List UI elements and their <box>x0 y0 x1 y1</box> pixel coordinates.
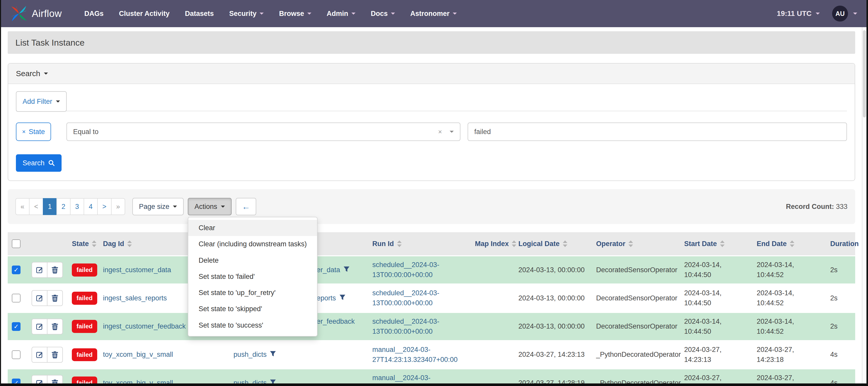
dag-id-link[interactable]: ingest_customer_data <box>103 266 171 274</box>
search-panel-header[interactable]: Search <box>8 64 855 84</box>
table-row: ✓ failed toy_xcom_big_v_small push_dicts… <box>8 368 855 386</box>
scrollbar-thumb[interactable] <box>863 30 866 118</box>
state-badge: failed <box>72 348 97 361</box>
page-size-button[interactable]: Page size <box>132 198 184 215</box>
end-date-value: 2024-03-14, 10:44:52 <box>757 318 794 335</box>
filter-funnel-icon[interactable] <box>270 351 276 357</box>
nav-item-cluster-activity[interactable]: Cluster Activity <box>119 10 169 18</box>
delete-row-button[interactable] <box>47 347 63 363</box>
sort-icon[interactable] <box>563 240 567 247</box>
run-id-link[interactable]: scheduled__2024-03-13T00:00:00+00:00 <box>372 289 439 307</box>
col-state[interactable]: State <box>68 232 99 255</box>
duration-value: 2s <box>830 294 838 302</box>
nav-item-admin[interactable]: Admin <box>327 10 355 18</box>
sort-icon[interactable] <box>397 240 402 247</box>
run-id-link[interactable]: manual__2024-03-27T14:28:19.462777+00:00 <box>372 374 458 386</box>
caret-down-icon <box>173 205 177 207</box>
scrollbar[interactable] <box>862 27 866 383</box>
end-date-value: 2024-03-14, 10:44:52 <box>757 289 794 307</box>
actions-button[interactable]: Actions <box>188 198 231 215</box>
filter-funnel-icon[interactable] <box>339 294 346 301</box>
dag-id-link[interactable]: ingest_sales_reports <box>103 294 167 302</box>
dag-id-link[interactable]: toy_xcom_big_v_small <box>103 379 173 386</box>
edit-row-button[interactable] <box>32 347 48 363</box>
row-checkbox[interactable]: ✓ <box>12 265 21 274</box>
search-button[interactable]: Search <box>16 154 62 172</box>
menu-item-clear-downstream[interactable]: Clear (including downstream tasks) <box>188 236 317 252</box>
nav-item-browse[interactable]: Browse <box>279 10 311 18</box>
page-3-button[interactable]: 3 <box>70 198 84 215</box>
delete-row-button[interactable] <box>47 290 63 306</box>
table-row: ✓ failed ingest_customer_feedback wait_f… <box>8 312 855 340</box>
run-id-link[interactable]: scheduled__2024-03-13T00:00:00+00:00 <box>372 318 439 335</box>
menu-item-clear[interactable]: Clear <box>188 220 317 236</box>
row-checkbox[interactable]: ✓ <box>12 294 21 302</box>
edit-row-button[interactable] <box>32 262 48 278</box>
page-first-button[interactable]: « <box>16 198 30 215</box>
nav-item-dags[interactable]: DAGs <box>84 10 104 18</box>
menu-item-set-skipped[interactable]: Set state to 'skipped' <box>188 301 317 317</box>
run-id-link[interactable]: scheduled__2024-03-13T00:00:00+00:00 <box>372 261 439 279</box>
edit-row-button[interactable] <box>32 375 48 386</box>
nav-item-docs[interactable]: Docs <box>371 10 395 18</box>
col-end-date[interactable]: End Date <box>752 232 826 255</box>
sort-icon[interactable] <box>628 240 633 247</box>
operator-select[interactable]: Equal to × <box>66 123 460 141</box>
user-menu[interactable]: AU <box>832 6 857 22</box>
brand-label: Airflow <box>32 8 62 19</box>
nav-item-security[interactable]: Security <box>229 10 264 18</box>
add-filter-button[interactable]: Add Filter <box>16 91 67 112</box>
sort-icon[interactable] <box>127 240 132 247</box>
row-checkbox[interactable]: ✓ <box>12 322 21 331</box>
sort-icon[interactable] <box>92 240 96 247</box>
filter-funnel-icon[interactable] <box>270 379 276 386</box>
delete-row-button[interactable] <box>47 375 63 386</box>
page-next-button[interactable]: > <box>97 198 112 215</box>
remove-filter-icon[interactable]: × <box>22 128 26 135</box>
page-last-button[interactable]: » <box>111 198 125 215</box>
sort-icon[interactable] <box>790 240 795 247</box>
col-logical-date[interactable]: Logical Date <box>514 232 592 255</box>
clear-select-icon[interactable]: × <box>438 128 442 136</box>
avatar[interactable]: AU <box>832 6 848 22</box>
sort-icon[interactable] <box>512 240 516 247</box>
dag-id-link[interactable]: toy_xcom_big_v_small <box>103 351 173 358</box>
sort-icon[interactable] <box>720 240 724 247</box>
airflow-brand[interactable]: Airflow <box>10 5 62 22</box>
menu-item-delete[interactable]: Delete <box>188 253 317 268</box>
col-map-index[interactable]: Map Index <box>471 232 514 255</box>
page-prev-button[interactable]: < <box>29 198 43 215</box>
page-title: List Task Instance <box>16 38 85 48</box>
delete-row-button[interactable] <box>47 262 63 278</box>
edit-row-button[interactable] <box>32 290 48 306</box>
page-4-button[interactable]: 4 <box>84 198 98 215</box>
menu-item-set-failed[interactable]: Set state to 'failed' <box>188 268 317 285</box>
task-id-link[interactable]: push_dicts <box>234 379 267 386</box>
menu-item-set-success[interactable]: Set state to 'success' <box>188 317 317 333</box>
col-operator[interactable]: Operator <box>592 232 680 255</box>
page-2-button[interactable]: 2 <box>56 198 70 215</box>
pagination: « < 1 2 3 4 > » <box>16 198 125 215</box>
state-filter-chip[interactable]: × State <box>16 123 51 141</box>
menu-item-set-up-for-retry[interactable]: Set state to 'up_for_retry' <box>188 285 317 301</box>
page-1-button[interactable]: 1 <box>43 198 57 215</box>
filter-funnel-icon[interactable] <box>343 266 350 273</box>
select-all-checkbox[interactable]: ✓ <box>12 239 21 248</box>
filter-value-input[interactable] <box>468 123 847 141</box>
col-run-id[interactable]: Run Id <box>368 232 471 255</box>
row-checkbox[interactable]: ✓ <box>12 350 21 359</box>
edit-row-button[interactable] <box>32 319 48 334</box>
dag-id-link[interactable]: ingest_customer_feedback <box>103 322 186 330</box>
caret-down-icon <box>259 12 264 14</box>
run-id-link[interactable]: manual__2024-03-27T14:23:13.323407+00:00 <box>372 346 458 363</box>
nav-item-astronomer[interactable]: Astronomer <box>410 10 457 18</box>
clock-dropdown[interactable]: 19:11 UTC <box>777 9 820 18</box>
delete-row-button[interactable] <box>47 319 63 334</box>
back-button[interactable]: ← <box>236 198 256 215</box>
row-checkbox[interactable]: ✓ <box>12 379 21 386</box>
nav-item-datasets[interactable]: Datasets <box>185 10 214 18</box>
start-date-value: 2024-03-27, 14:28:20 <box>684 374 721 386</box>
task-id-link[interactable]: push_dicts <box>234 351 267 358</box>
col-duration[interactable]: Duration <box>826 232 855 255</box>
col-start-date[interactable]: Start Date <box>680 232 752 255</box>
